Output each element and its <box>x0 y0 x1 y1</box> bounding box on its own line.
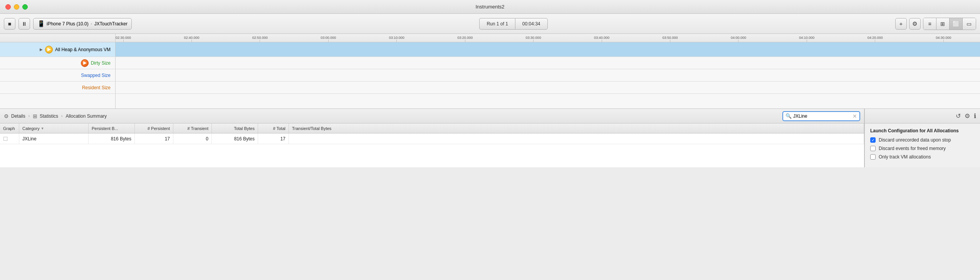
gear-icon[interactable]: ⚙ <box>965 112 970 120</box>
window-title: Instruments2 <box>475 4 504 10</box>
toolbar-right: + ⚙ ≡ ⊞ ⬜ ▭ <box>895 18 976 30</box>
refresh-icon[interactable]: ↺ <box>956 112 961 120</box>
td-total: 17 <box>258 133 289 144</box>
table-body: ☐ JXLine 816 Bytes 17 0 816 Bytes 17 <box>0 133 864 167</box>
device-selector[interactable]: 📱 iPhone 7 Plus (10.0) › JXTouchTracker <box>33 18 132 30</box>
statistics-icon: ⊞ <box>33 113 37 119</box>
track-dirty-size: ▶ Dirty Size <box>0 57 980 69</box>
ruler-tick: 04:30.000 <box>936 36 951 42</box>
track-content-swapped[interactable] <box>116 69 980 81</box>
timeline-ruler: 02:30.00002:40.00002:50.00003:00.00003:1… <box>0 34 980 42</box>
timeline-container: 02:30.00002:40.00002:50.00003:00.00003:1… <box>0 34 980 109</box>
th-category[interactable]: Category ▼ <box>19 123 89 133</box>
track-all-heap: ▶ ▶ All Heap & Anonymous VM <box>0 42 980 57</box>
ruler-tick: 04:20.000 <box>868 36 883 42</box>
checkbox-track-vm[interactable] <box>870 154 876 160</box>
breadcrumb-arrow-2: › <box>61 114 62 118</box>
breadcrumb-allocation: Allocation Summary <box>65 113 107 119</box>
th-transient[interactable]: # Transient <box>173 123 212 133</box>
breadcrumb-details-label: Details <box>11 113 25 119</box>
track-label-empty <box>0 94 116 108</box>
track-label-text-swapped: Swapped Size <box>81 73 111 78</box>
track-label-swapped: Swapped Size <box>0 69 116 81</box>
config-item-2: Only track VM allocations <box>870 154 975 160</box>
track-icon-dirty: ▶ <box>81 59 89 67</box>
config-body: Launch Configuration for All Allocations… <box>865 123 980 167</box>
track-content-dirty[interactable] <box>116 57 980 69</box>
th-persistent-b[interactable]: Persistent B... <box>89 123 135 133</box>
view-list-button[interactable]: ≡ <box>923 18 936 30</box>
track-content-empty <box>116 94 980 108</box>
breadcrumb-allocation-label: Allocation Summary <box>65 113 107 119</box>
td-trans-total <box>289 133 864 144</box>
ruler-tick: 03:00.000 <box>321 36 336 42</box>
ruler-tick: 02:50.000 <box>252 36 268 42</box>
view-full-button[interactable]: ▭ <box>963 18 976 30</box>
track-label-text-dirty: Dirty Size <box>91 60 111 66</box>
track-content-heap[interactable] <box>116 42 980 57</box>
close-button[interactable] <box>5 4 11 10</box>
pause-button[interactable]: ⏸ <box>18 18 30 30</box>
filter-bar: ⚙ Details › ⊞ Statistics › Allocation Su… <box>0 109 864 123</box>
settings-button[interactable]: ⚙ <box>909 18 921 30</box>
th-total[interactable]: # Total <box>258 123 289 133</box>
search-box[interactable]: 🔍 ✕ <box>782 111 860 121</box>
td-category: JXLine <box>19 133 89 144</box>
breadcrumb-statistics[interactable]: Statistics <box>40 113 58 119</box>
ruler-tick: 02:40.000 <box>184 36 199 42</box>
config-item-0: ✓ Discard unrecorded data upon stop <box>870 137 975 143</box>
config-toolbar: ↺ ⚙ ℹ <box>865 109 980 123</box>
th-persistent[interactable]: # Persistent <box>135 123 173 133</box>
config-label-1: Discard events for freed memory <box>879 146 946 151</box>
sort-icon: ▼ <box>41 127 44 130</box>
track-empty <box>0 94 980 108</box>
track-swapped-size: Swapped Size <box>0 69 980 82</box>
run-info: Run 1 of 1 00:04:34 <box>479 18 547 30</box>
track-label-resident: Resident Size <box>0 82 116 93</box>
device-icon: 📱 <box>37 20 45 27</box>
table-row[interactable]: ☐ JXLine 816 Bytes 17 0 816 Bytes 17 <box>0 133 864 144</box>
view-split-button[interactable]: ⬜ <box>950 18 963 30</box>
minimize-button[interactable] <box>14 4 19 10</box>
row-checkbox[interactable]: ☐ <box>3 136 8 142</box>
details-icon: ⚙ <box>4 113 9 119</box>
ruler-spacer <box>0 34 116 42</box>
bottom-panel: ⚙ Details › ⊞ Statistics › Allocation Su… <box>0 109 980 167</box>
checkbox-discard-unrecorded[interactable]: ✓ <box>870 137 876 143</box>
track-content-resident[interactable] <box>116 82 980 93</box>
ruler-tick: 02:30.000 <box>116 36 131 42</box>
th-trans-total[interactable]: Transient/Total Bytes <box>289 123 864 133</box>
stop-button[interactable]: ■ <box>4 18 15 30</box>
table-header: Graph Category ▼ Persistent B... # Persi… <box>0 123 864 133</box>
breadcrumb-arrow-1: › <box>29 114 30 118</box>
search-clear-icon[interactable]: ✕ <box>852 113 857 119</box>
ruler-ticks: 02:30.00002:40.00002:50.00003:00.00003:1… <box>116 34 980 42</box>
breadcrumb-statistics-label: Statistics <box>40 113 58 119</box>
breadcrumb-details[interactable]: Details <box>11 113 25 119</box>
search-input[interactable] <box>793 113 851 119</box>
table-panel: ⚙ Details › ⊞ Statistics › Allocation Su… <box>0 109 864 167</box>
th-total-bytes[interactable]: Total Bytes <box>212 123 258 133</box>
window-controls <box>0 4 28 10</box>
track-icon-heap: ▶ <box>45 46 53 53</box>
track-resident-size: Resident Size <box>0 82 980 94</box>
device-label: iPhone 7 Plus (10.0) <box>47 21 89 27</box>
track-label-text-resident: Resident Size <box>82 85 111 90</box>
add-button[interactable]: + <box>895 18 907 30</box>
maximize-button[interactable] <box>22 4 28 10</box>
td-persistent-b: 816 Bytes <box>89 133 135 144</box>
timer-label: 00:04:34 <box>515 18 548 30</box>
ruler-tick: 04:00.000 <box>731 36 746 42</box>
checkbox-discard-events[interactable] <box>870 146 876 151</box>
expand-icon[interactable]: ▶ <box>40 47 43 52</box>
ruler-tick: 03:30.000 <box>526 36 541 42</box>
config-item-1: Discard events for freed memory <box>870 146 975 151</box>
info-icon[interactable]: ℹ <box>974 112 976 120</box>
ruler-tick: 04:10.000 <box>799 36 814 42</box>
chevron-right-icon: › <box>91 22 92 26</box>
main-toolbar: ■ ⏸ 📱 iPhone 7 Plus (10.0) › JXTouchTrac… <box>0 14 980 34</box>
track-label-text-heap: All Heap & Anonymous VM <box>55 47 111 52</box>
td-transient: 0 <box>173 133 212 144</box>
view-grid-button[interactable]: ⊞ <box>936 18 950 30</box>
th-graph: Graph <box>0 123 19 133</box>
